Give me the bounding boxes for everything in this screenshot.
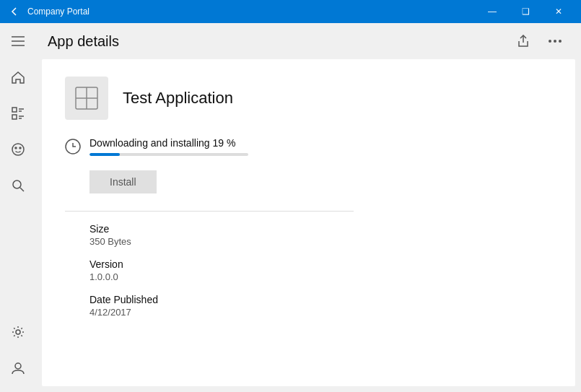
title-bar-title: Company Portal (27, 6, 476, 17)
sidebar-list-button[interactable] (0, 95, 36, 131)
more-options-button[interactable] (541, 27, 569, 56)
svg-line-13 (20, 188, 24, 191)
svg-point-19 (559, 40, 562, 43)
size-value: 350 Bytes (89, 236, 552, 247)
svg-point-18 (554, 40, 556, 43)
svg-rect-4 (12, 115, 17, 119)
sidebar-search-button[interactable] (0, 167, 36, 204)
page-header: App details (36, 23, 581, 59)
size-section: Size 350 Bytes (65, 223, 552, 247)
date-published-label: Date Published (89, 294, 552, 305)
date-published-value: 4/12/2017 (89, 307, 552, 318)
maximize-button[interactable]: ❑ (509, 0, 542, 23)
app-container: App details (0, 23, 581, 392)
page-title: App details (48, 33, 119, 50)
sidebar-bottom (0, 314, 36, 392)
sidebar-menu-button[interactable] (0, 23, 36, 59)
app-header: Test Application (65, 77, 552, 120)
sidebar-home-button[interactable] (0, 59, 36, 95)
download-status-content: Downloading and installing 19 % (89, 137, 552, 156)
download-status: Downloading and installing 19 % (65, 137, 552, 156)
main-content: App details (36, 23, 581, 392)
title-bar-controls: — ❑ ✕ (476, 0, 575, 23)
svg-rect-3 (12, 108, 17, 112)
progress-bar-container (89, 153, 248, 156)
version-section: Version 1.0.0.0 (65, 258, 552, 282)
install-button[interactable]: Install (89, 170, 157, 193)
close-button[interactable]: ✕ (542, 0, 575, 23)
sidebar-user-button[interactable] (0, 350, 36, 386)
size-label: Size (89, 223, 552, 235)
version-label: Version (89, 258, 552, 270)
svg-point-10 (15, 147, 17, 149)
svg-point-12 (13, 180, 21, 188)
sidebar-emoji-button[interactable] (0, 131, 36, 167)
title-bar: Company Portal — ❑ ✕ (0, 0, 581, 23)
share-button[interactable] (509, 27, 538, 56)
app-icon (65, 77, 108, 120)
download-status-icon (65, 139, 81, 154)
date-published-section: Date Published 4/12/2017 (65, 294, 552, 318)
progress-bar-fill (89, 153, 120, 156)
svg-point-17 (549, 40, 551, 43)
download-status-text: Downloading and installing 19 % (89, 137, 552, 149)
minimize-button[interactable]: — (476, 0, 509, 23)
version-value: 1.0.0.0 (89, 271, 552, 282)
svg-point-14 (16, 330, 20, 334)
content-area: Test Application Downloading and install… (42, 59, 575, 386)
svg-point-11 (19, 147, 21, 149)
app-name: Test Application (123, 89, 233, 108)
sidebar (0, 23, 36, 392)
divider (65, 211, 354, 212)
svg-point-15 (15, 363, 21, 369)
svg-point-9 (12, 144, 24, 155)
title-bar-back-button[interactable] (6, 3, 23, 20)
header-actions (509, 27, 569, 56)
sidebar-settings-button[interactable] (0, 314, 36, 350)
